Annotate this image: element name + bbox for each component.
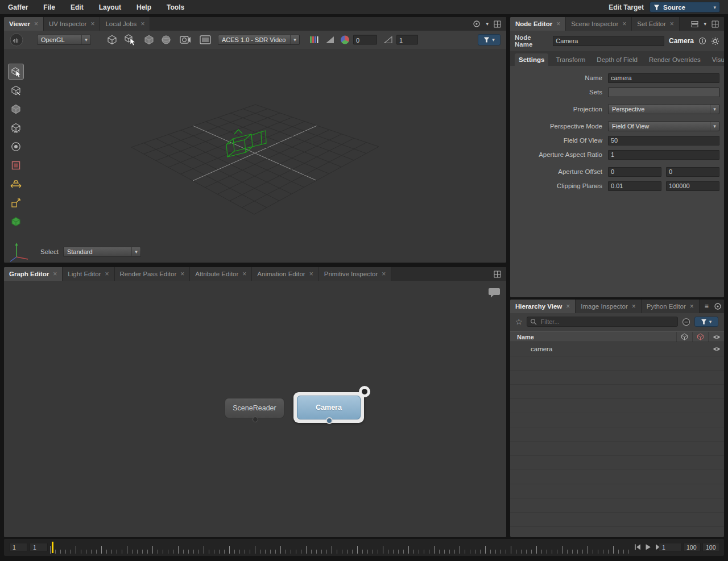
menu-layout[interactable]: Layout bbox=[99, 3, 121, 11]
tab-render-pass-editor[interactable]: Render Pass Editor × bbox=[115, 267, 191, 281]
close-tab-icon[interactable]: × bbox=[53, 270, 57, 278]
close-tab-icon[interactable]: × bbox=[309, 270, 313, 278]
target-menu-icon[interactable] bbox=[714, 302, 722, 310]
skip-to-start-button[interactable] bbox=[634, 544, 641, 550]
aperture-offset-y-field[interactable] bbox=[666, 167, 719, 177]
current-frame-field[interactable] bbox=[659, 543, 681, 551]
hierarchy-row-camera[interactable]: camera bbox=[510, 342, 724, 356]
shading-mode-icon[interactable] bbox=[106, 34, 118, 45]
geometry-tool-button[interactable] bbox=[8, 214, 24, 230]
close-tab-icon[interactable]: × bbox=[382, 270, 386, 278]
tab-scene-inspector[interactable]: Scene Inspector × bbox=[566, 17, 632, 31]
hierarchy-edit-scope-button[interactable]: ▾ bbox=[694, 317, 718, 327]
section-tab-visual[interactable]: Visual bbox=[708, 53, 724, 66]
close-tab-icon[interactable]: × bbox=[670, 20, 674, 28]
menu-file[interactable]: File bbox=[43, 3, 55, 11]
node-scenereader[interactable]: SceneReader bbox=[225, 398, 284, 418]
channels-icon[interactable] bbox=[309, 35, 318, 44]
filter-input[interactable] bbox=[540, 318, 675, 326]
tab-node-editor[interactable]: Node Editor × bbox=[510, 17, 566, 31]
close-tab-icon[interactable]: × bbox=[690, 302, 694, 310]
section-tab-render-overrides[interactable]: Render Overrides bbox=[645, 53, 705, 66]
menu-gaffer[interactable]: Gaffer bbox=[8, 3, 28, 11]
close-tab-icon[interactable]: × bbox=[632, 302, 636, 310]
tab-hierarchy-view[interactable]: Hierarchy View × bbox=[510, 300, 576, 313]
scale-tool-button[interactable] bbox=[8, 120, 24, 136]
node-camera[interactable]: Camera bbox=[297, 396, 361, 419]
exposure-input[interactable] bbox=[353, 35, 377, 45]
name-field[interactable] bbox=[608, 73, 719, 83]
close-tab-icon[interactable]: × bbox=[90, 20, 94, 28]
close-tab-icon[interactable]: × bbox=[622, 20, 626, 28]
tab-viewer[interactable]: Viewer × bbox=[4, 17, 44, 31]
section-tab-settings[interactable]: Settings bbox=[515, 53, 548, 66]
sets-field[interactable] bbox=[608, 88, 719, 97]
annotation-bubble-icon[interactable] bbox=[488, 288, 500, 298]
gamma-ramp-icon[interactable] bbox=[384, 36, 392, 44]
tab-python-editor[interactable]: Python Editor × bbox=[642, 300, 700, 313]
split-layout-icon[interactable] bbox=[691, 20, 698, 28]
light-position-tool-button[interactable] bbox=[8, 176, 24, 192]
node-name-input[interactable] bbox=[553, 36, 664, 46]
info-icon[interactable] bbox=[698, 37, 706, 45]
section-tab-depth-of-field[interactable]: Depth of Field bbox=[593, 53, 642, 66]
close-tab-icon[interactable]: × bbox=[140, 20, 144, 28]
node-graph-canvas[interactable]: SceneReader Camera bbox=[4, 281, 506, 537]
tumble-control-icon[interactable] bbox=[10, 33, 23, 47]
clipping-near-field[interactable] bbox=[608, 181, 661, 191]
clipping-far-field[interactable] bbox=[666, 181, 719, 191]
viewer-edit-scope-button[interactable]: ▾ bbox=[478, 34, 500, 45]
inclusions-column-icon[interactable] bbox=[676, 332, 692, 342]
timeline-ruler[interactable] bbox=[50, 540, 630, 555]
sphere-icon[interactable] bbox=[161, 35, 171, 45]
timeline-range-min-field[interactable] bbox=[30, 543, 48, 551]
tab-local-jobs[interactable]: Local Jobs × bbox=[100, 17, 150, 31]
field-of-view-field[interactable] bbox=[608, 136, 719, 146]
layout-grid-icon[interactable] bbox=[712, 20, 719, 28]
tab-set-editor[interactable]: Set Editor × bbox=[632, 17, 680, 31]
name-column-header[interactable]: Name bbox=[510, 334, 676, 340]
gear-icon[interactable] bbox=[711, 37, 719, 45]
node-plug[interactable] bbox=[359, 386, 370, 397]
close-tab-icon[interactable]: × bbox=[242, 270, 246, 278]
star-icon[interactable]: ☆ bbox=[515, 318, 523, 326]
play-button[interactable] bbox=[645, 544, 651, 550]
tab-attribute-editor[interactable]: Attribute Editor × bbox=[190, 267, 252, 281]
chevron-down-icon[interactable]: ▾ bbox=[486, 21, 489, 27]
timeline-range-start-field[interactable] bbox=[9, 543, 27, 551]
menu-edit[interactable]: Edit bbox=[71, 3, 84, 11]
color-wheel-icon[interactable] bbox=[341, 36, 349, 44]
tab-image-inspector[interactable]: Image Inspector × bbox=[576, 300, 641, 313]
look-through-tool-button[interactable] bbox=[8, 195, 24, 211]
selection-mask-icon[interactable] bbox=[123, 34, 136, 46]
close-tab-icon[interactable]: × bbox=[180, 270, 184, 278]
camera-tool-button[interactable] bbox=[8, 139, 24, 155]
range-end-field[interactable] bbox=[702, 543, 720, 551]
selection-tool-button[interactable] bbox=[8, 64, 24, 80]
translate-tool-button[interactable] bbox=[8, 82, 24, 98]
target-menu-icon[interactable] bbox=[473, 20, 481, 28]
gamma-input[interactable] bbox=[396, 35, 418, 45]
tab-graph-editor[interactable]: Graph Editor × bbox=[4, 267, 63, 281]
exclusions-column-icon[interactable] bbox=[692, 332, 708, 342]
display-transform-dropdown[interactable]: ACES 1.0 - SDR Video ▾ bbox=[218, 35, 300, 45]
close-tab-icon[interactable]: × bbox=[105, 270, 109, 278]
playhead[interactable] bbox=[52, 542, 53, 553]
filter-search-box[interactable] bbox=[527, 317, 678, 327]
close-tab-icon[interactable]: × bbox=[556, 20, 560, 28]
tab-uv-inspector[interactable]: UV Inspector × bbox=[44, 17, 101, 31]
visibility-column-icon[interactable] bbox=[708, 332, 724, 342]
collapse-all-icon[interactable] bbox=[682, 318, 690, 326]
projection-dropdown[interactable]: Perspective ▾ bbox=[608, 104, 719, 114]
crop-window-tool-button[interactable] bbox=[8, 157, 24, 173]
edit-target-source-button[interactable]: Source ▾ bbox=[650, 2, 720, 13]
frame-end-field[interactable] bbox=[683, 543, 701, 551]
viewport-3d[interactable] bbox=[4, 49, 506, 263]
aperture-aspect-ratio-field[interactable] bbox=[608, 150, 719, 160]
layout-grid-icon[interactable] bbox=[494, 271, 501, 278]
render-pass-icon[interactable] bbox=[200, 35, 211, 44]
close-tab-icon[interactable]: × bbox=[34, 20, 38, 28]
row-visibility-icon[interactable] bbox=[709, 342, 724, 356]
panel-menu-icon[interactable]: ≡ bbox=[705, 303, 709, 310]
node-output-port[interactable] bbox=[253, 417, 258, 422]
